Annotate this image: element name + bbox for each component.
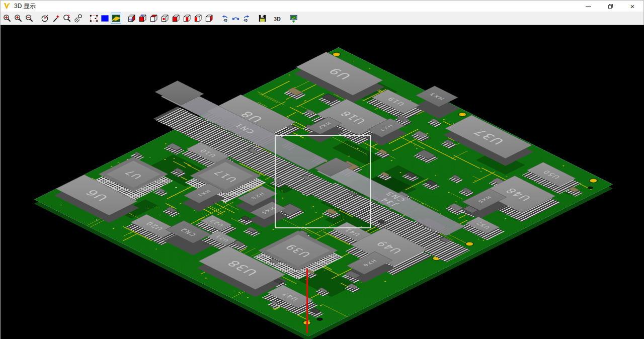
pan-icon (51, 14, 61, 23)
zoom-in-icon (14, 14, 23, 23)
mounting-hole-gold (457, 112, 467, 117)
restore-button[interactable] (599, 1, 621, 12)
board-colors-icon (111, 14, 121, 23)
view-bottom-button[interactable] (159, 13, 170, 24)
component-label: U7 (122, 168, 145, 180)
component-label: U20 (143, 221, 165, 231)
title-bar: 3D 显示 × (1, 1, 643, 12)
view-back-icon (182, 14, 192, 23)
component-label: HX7 (377, 124, 394, 132)
rotate-reset-icon (231, 14, 240, 23)
component-label: U23 (207, 218, 225, 227)
svg-text:±: ± (67, 14, 70, 19)
rotate-right-45-icon: 45 (242, 14, 252, 23)
zoom-out-icon (25, 14, 34, 23)
component-label: U38 (223, 258, 261, 277)
board-frame-button[interactable] (89, 13, 99, 24)
view-top-button[interactable] (148, 13, 159, 24)
view-left-button[interactable] (193, 13, 203, 24)
toolbar-group (89, 13, 122, 24)
component-label: HX1 (195, 189, 212, 198)
view-front-button[interactable] (171, 13, 181, 24)
rotate-center-button[interactable] (40, 13, 50, 24)
board-frame-icon (89, 14, 99, 23)
component-label: U49 (373, 239, 405, 255)
view-iso-front-45-button[interactable]: 45 (126, 13, 137, 24)
component-label: HX5 (476, 195, 493, 204)
mounting-hole-gold (588, 178, 598, 183)
mounting-hole-gold (464, 241, 474, 246)
pcb-3d-viewport[interactable]: U9U19HX3U18HX2HX7U37U8U10U17HX1HX8HX4U7U… (1, 25, 644, 339)
component-label: U21 (213, 234, 230, 242)
toolbar-group: 4545 (219, 13, 253, 24)
minimize-icon (586, 6, 591, 7)
mounting-hole (315, 317, 324, 321)
rotate-reset-button[interactable] (230, 13, 241, 24)
component-label: U39 (282, 242, 313, 258)
window-controls: × (577, 1, 643, 12)
close-icon: × (630, 3, 635, 10)
close-button[interactable]: × (621, 1, 643, 12)
component-label: U10 (198, 148, 218, 158)
view-iso-front-45-icon: 45 (127, 14, 136, 23)
zoom-window-icon (3, 14, 12, 23)
save-button[interactable] (257, 13, 268, 24)
component-label: HX3 (428, 92, 446, 101)
restore-icon (608, 4, 613, 9)
toolbar-group (288, 13, 299, 24)
view-bottom-icon (160, 14, 170, 23)
component-label: HX2 (316, 121, 333, 130)
component-label: U41 (343, 227, 362, 237)
minimize-button[interactable] (577, 1, 599, 12)
component-label: U18 (337, 109, 368, 125)
background-color-button[interactable] (100, 13, 110, 24)
measure-button[interactable] (73, 13, 84, 24)
zoom-dynamic-button[interactable]: ± (62, 13, 72, 24)
toolbar-group: 4545 (126, 13, 215, 24)
zoom-dynamic-icon: ± (62, 14, 72, 23)
component-label: HX6 (361, 259, 378, 267)
component-label: U17 (211, 168, 240, 183)
rotate-right-45-button[interactable]: 45 (242, 13, 252, 24)
toolbar-group (257, 13, 268, 24)
component-label: CN1 (231, 122, 257, 135)
view-back-button[interactable] (182, 13, 192, 24)
pan-button[interactable] (51, 13, 61, 24)
view-3d-button[interactable]: 3D (273, 13, 283, 24)
component-label: U9 (325, 66, 355, 81)
view-front-icon (171, 14, 181, 23)
toolbar-group (2, 13, 35, 24)
svg-text:3D: 3D (274, 15, 280, 21)
svg-text:45: 45 (244, 18, 248, 22)
component-label: U37 (469, 127, 508, 146)
view-3d-icon: 3D (273, 14, 283, 23)
component-label: CN2 (179, 227, 198, 237)
svg-text:45: 45 (141, 14, 144, 17)
component-label: U47 (280, 291, 300, 301)
view-right-button[interactable] (204, 13, 214, 24)
background-color-icon (100, 14, 110, 23)
component-label: HX4 (260, 206, 277, 215)
component-label: U19 (385, 96, 407, 107)
zoom-in-button[interactable] (13, 13, 24, 24)
svg-text:45: 45 (223, 18, 227, 22)
rotation-axis-line (306, 269, 308, 333)
view-top-icon (149, 14, 158, 23)
toolbar: ±454545453D (1, 12, 643, 25)
zoom-window-button[interactable] (2, 13, 13, 24)
save-icon (258, 14, 267, 23)
component-label: U52 (474, 221, 492, 230)
zoom-out-button[interactable] (24, 13, 35, 24)
display-board-icon (289, 14, 298, 23)
measure-icon (73, 14, 83, 23)
toolbar-group: ± (40, 13, 84, 24)
component-label: U48 (503, 186, 534, 202)
rotate-left-45-button[interactable]: 45 (219, 13, 230, 24)
rotate-center-icon (40, 14, 50, 23)
display-board-button[interactable] (288, 13, 299, 24)
app-window: 3D 显示 × ±454545453D U9U19HX3U18HX2HX7U37… (0, 0, 644, 339)
view-iso-top-45-button[interactable]: 45 (137, 13, 148, 24)
selection-box (275, 135, 371, 228)
board-colors-button[interactable] (111, 13, 121, 24)
rotate-left-45-icon: 45 (220, 14, 229, 23)
